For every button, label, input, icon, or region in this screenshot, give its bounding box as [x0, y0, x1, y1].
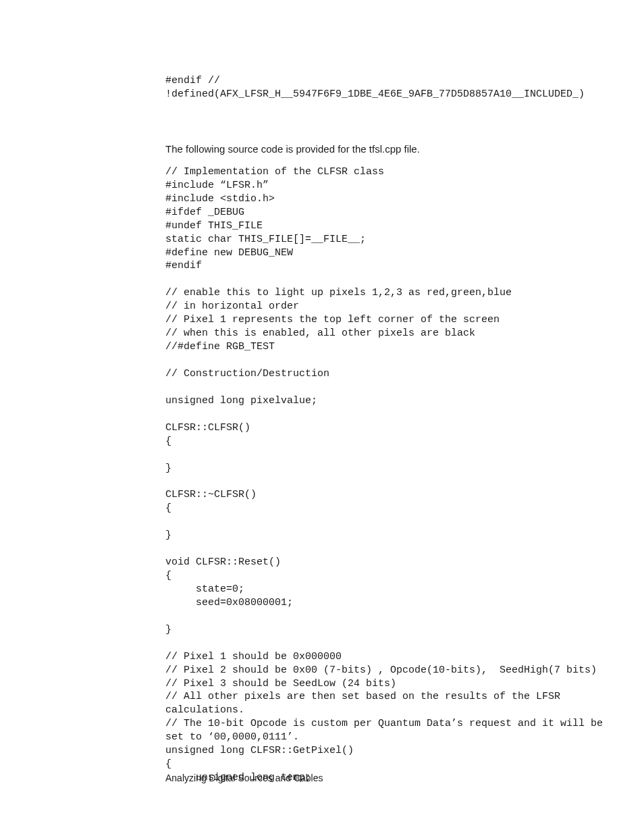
- document-page: #endif // !defined(AFX_LFSR_H__5947F6F9_…: [0, 0, 644, 834]
- code-block-main: // Implementation of the CLFSR class #in…: [165, 165, 597, 785]
- page-footer: Analyzing Digital Sources and Cables: [165, 773, 323, 783]
- code-block-top: #endif // !defined(AFX_LFSR_H__5947F6F9_…: [165, 74, 597, 101]
- intro-paragraph: The following source code is provided fo…: [165, 142, 597, 156]
